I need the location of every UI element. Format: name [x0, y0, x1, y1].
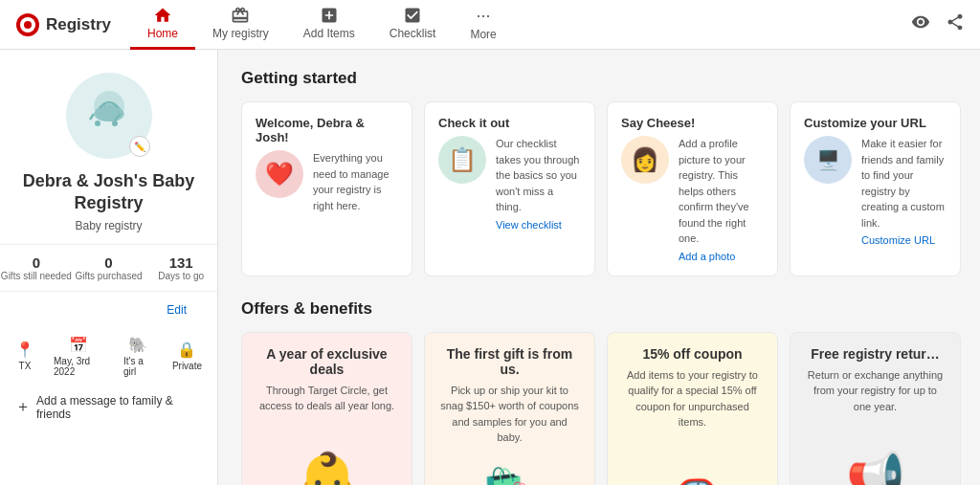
stat-days-to-go: 131 Days to go: [145, 254, 217, 281]
gs-card-welcome-text: Everything you need to manage your regis…: [313, 150, 398, 213]
offer-card-kit: The first gift is from us. Pick up or sh…: [424, 332, 595, 486]
baby-carriage-icon: [80, 87, 138, 144]
add-message-row[interactable]: ＋ Add a message to family & friends: [0, 385, 217, 430]
nav-tab-my-registry-label: My registry: [212, 27, 269, 40]
registry-name: Debra & Josh's Baby Registry: [0, 170, 217, 215]
svg-point-5: [95, 121, 100, 126]
info-gender: 🐘 It's a girl: [123, 336, 153, 377]
svg-line-4: [90, 114, 94, 120]
offer-card-kit-content: The first gift is from us. Pick up or sh…: [425, 333, 594, 446]
location-icon: 📍: [15, 341, 34, 359]
offer-card-deals: A year of exclusive deals Through Target…: [241, 332, 412, 486]
offer-card-coupon-content: 15% off coupon Add items to your registr…: [608, 333, 777, 430]
edit-avatar-button[interactable]: ✏️: [129, 136, 150, 157]
gifts-needed-label: Gifts still needed: [0, 271, 73, 281]
nav-tab-more[interactable]: ··· More: [453, 0, 513, 50]
privacy-label: Private: [172, 361, 202, 371]
nav-tab-my-registry[interactable]: My registry: [195, 0, 286, 50]
gifts-purchased-label: Gifts purchased: [73, 271, 145, 281]
gs-card-welcome: Welcome, Debra & Josh! ❤️ Everything you…: [241, 101, 412, 276]
gift-icon: [231, 6, 250, 25]
stat-gifts-needed: 0 Gifts still needed: [0, 254, 73, 281]
logo: Registry: [15, 12, 111, 37]
offer-card-coupon-title: 15% off coupon: [621, 346, 764, 362]
offer-card-kit-image: 🛍️: [425, 446, 594, 486]
gender-icon: 🐘: [128, 336, 147, 354]
svg-point-6: [112, 121, 118, 126]
app-layout: ✏️ Debra & Josh's Baby Registry Baby reg…: [0, 50, 980, 485]
main-nav: Home My registry Add Items Checklist ···…: [130, 0, 911, 50]
customize-url-link[interactable]: Customize URL: [861, 234, 947, 246]
avatar-container: ✏️: [66, 73, 152, 159]
add-message-label: Add a message to family & friends: [36, 394, 202, 421]
gs-card-welcome-image: ❤️: [256, 150, 303, 198]
calendar-icon: 📅: [69, 336, 88, 354]
offer-card-return-desc: Return or exchange anything from your re…: [804, 367, 947, 415]
edit-link[interactable]: Edit: [167, 303, 187, 317]
header-actions: [911, 12, 965, 36]
more-icon: ···: [477, 6, 491, 26]
gs-card-checklist-body: 📋 Our checklist takes you through the ba…: [438, 136, 581, 231]
offer-card-kit-title: The first gift is from us.: [438, 346, 581, 377]
add-items-icon: [320, 6, 339, 25]
offer-card-coupon-image: 🚗: [608, 430, 777, 486]
nav-tab-checklist-label: Checklist: [390, 27, 436, 40]
add-photo-link[interactable]: Add a photo: [679, 251, 764, 262]
stats-row: 0 Gifts still needed 0 Gifts purchased 1…: [0, 244, 217, 292]
offer-card-return-image: 📢: [791, 414, 960, 485]
logo-text: Registry: [46, 15, 111, 34]
location-label: TX: [19, 361, 32, 371]
nav-tab-add-items[interactable]: Add Items: [286, 0, 372, 50]
offer-card-coupon-desc: Add items to your registry to qualify fo…: [621, 367, 764, 430]
gs-card-welcome-body: ❤️ Everything you need to manage your re…: [256, 150, 398, 213]
gs-card-checklist: Check it out 📋 Our checklist takes you t…: [424, 101, 595, 276]
gs-card-url-content: Make it easier for friends and family to…: [861, 136, 947, 246]
getting-started-title: Getting started: [241, 69, 961, 88]
gs-card-photo-title: Say Cheese!: [621, 116, 764, 130]
checklist-icon: [403, 6, 422, 25]
sidebar: ✏️ Debra & Josh's Baby Registry Baby reg…: [0, 50, 218, 485]
gs-card-photo-body: 👩 Add a profile picture to your registry…: [621, 136, 764, 262]
gs-card-photo-content: Add a profile picture to your registry. …: [679, 136, 764, 262]
gender-label: It's a girl: [123, 356, 153, 377]
nav-tab-home-label: Home: [147, 27, 178, 40]
svg-point-2: [24, 21, 32, 29]
registry-type: Baby registry: [75, 219, 142, 232]
days-to-go-number: 131: [145, 254, 217, 271]
offers-row: A year of exclusive deals Through Target…: [241, 332, 961, 486]
eye-button[interactable]: [911, 12, 930, 36]
gs-card-checklist-content: Our checklist takes you through the basi…: [496, 136, 581, 231]
share-icon: [946, 12, 965, 32]
offer-card-return-title: Free registry retur…: [804, 346, 947, 362]
home-icon: [153, 6, 172, 25]
share-button[interactable]: [946, 12, 965, 36]
gs-card-checklist-image: 📋: [438, 136, 486, 184]
gifts-purchased-number: 0: [73, 254, 145, 271]
gs-card-welcome-title: Welcome, Debra & Josh!: [256, 116, 398, 144]
eye-icon: [911, 12, 930, 32]
offer-card-deals-title: A year of exclusive deals: [256, 346, 398, 377]
info-date: 📅 May, 3rd 2022: [54, 336, 104, 377]
app-header: Registry Home My registry Add Items Chec…: [0, 0, 980, 50]
offer-card-deals-content: A year of exclusive deals Through Target…: [242, 333, 412, 414]
main-content: Getting started Welcome, Debra & Josh! ❤…: [218, 50, 980, 485]
offer-card-return-content: Free registry retur… Return or exchange …: [791, 333, 960, 415]
gs-card-url-title: Customize your URL: [804, 116, 947, 130]
getting-started-row: Welcome, Debra & Josh! ❤️ Everything you…: [241, 101, 961, 276]
view-checklist-link[interactable]: View checklist: [496, 219, 581, 231]
gs-card-photo-image: 👩: [621, 136, 669, 184]
gs-card-photo-text: Add a profile picture to your registry. …: [679, 136, 764, 247]
target-logo-icon: [15, 12, 40, 37]
gs-card-url-image: 🖥️: [804, 136, 852, 184]
gs-card-checklist-text: Our checklist takes you through the basi…: [496, 136, 581, 215]
date-label: May, 3rd 2022: [54, 356, 104, 377]
nav-tab-more-label: More: [470, 28, 496, 41]
gs-card-url: Customize your URL 🖥️ Make it easier for…: [790, 101, 961, 276]
nav-tab-checklist[interactable]: Checklist: [372, 0, 454, 50]
offer-card-deals-image: 👶: [242, 414, 412, 486]
gs-card-url-text: Make it easier for friends and family to…: [861, 136, 947, 231]
offer-card-kit-desc: Pick up or ship your kit to snag $150+ w…: [438, 383, 581, 446]
lock-icon: 🔒: [177, 341, 196, 359]
info-location: 📍 TX: [15, 341, 34, 371]
nav-tab-home[interactable]: Home: [130, 0, 195, 50]
